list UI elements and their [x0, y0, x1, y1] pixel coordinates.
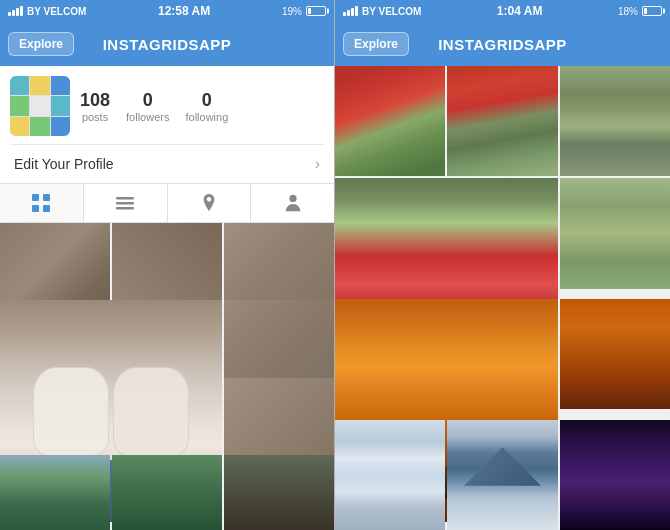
following-count: 0	[185, 90, 228, 111]
nav-title-left: INSTAGRIDSAPP	[103, 36, 232, 53]
avatar-cell	[51, 96, 70, 115]
tab-grid[interactable]	[0, 184, 84, 222]
battery-pct: 19%	[282, 6, 302, 17]
avatar-cell	[10, 96, 29, 115]
battery-icon-right	[642, 6, 662, 16]
chevron-right-icon: ›	[315, 155, 320, 173]
edit-profile-label: Edit Your Profile	[14, 156, 114, 172]
svg-point-7	[289, 195, 296, 202]
followers-label: followers	[126, 111, 169, 123]
battery-pct-right: 18%	[618, 6, 638, 17]
stat-posts: 108 posts	[80, 90, 110, 123]
nav-bar-left: Explore INSTAGRIDSAPP	[0, 22, 334, 66]
grid-cell-purple[interactable]	[560, 420, 670, 530]
svg-rect-3	[43, 205, 50, 212]
edit-profile-row[interactable]: Edit Your Profile ›	[10, 144, 324, 183]
status-bar-left: BY VELCOM 12:58 AM 19%	[0, 0, 334, 22]
left-phone: BY VELCOM 12:58 AM 19% Explore INSTAGRID…	[0, 0, 335, 530]
svg-rect-5	[116, 202, 134, 205]
list-icon	[115, 193, 135, 213]
grid-cell-poppy1[interactable]	[335, 66, 445, 176]
stat-following: 0 following	[185, 90, 228, 123]
person-icon	[284, 193, 302, 213]
followers-count: 0	[126, 90, 169, 111]
tab-list[interactable]	[84, 184, 168, 222]
signal-icon-right	[343, 6, 358, 16]
svg-rect-4	[116, 197, 134, 200]
grid-cell-thistle[interactable]	[560, 66, 670, 176]
avatar	[10, 76, 70, 136]
grid-cell-poppy2[interactable]	[447, 66, 557, 176]
svg-rect-1	[43, 194, 50, 201]
grid-cell-dark[interactable]	[224, 455, 334, 530]
avatar-cell	[30, 117, 49, 136]
status-bar-right: BY VELCOM 1:04 AM 18%	[335, 0, 670, 22]
posts-count: 108	[80, 90, 110, 111]
battery-area: 19%	[282, 6, 326, 17]
tab-profile[interactable]	[251, 184, 334, 222]
posts-label: posts	[80, 111, 110, 123]
grid-cell-mountain[interactable]	[447, 420, 557, 530]
stat-followers: 0 followers	[126, 90, 169, 123]
carrier-text: BY VELCOM	[27, 6, 86, 17]
grid-cell-sunset2[interactable]	[560, 299, 670, 409]
avatar-cell	[51, 76, 70, 95]
time-right: 1:04 AM	[497, 4, 543, 18]
status-bar-left-info: BY VELCOM	[8, 6, 86, 17]
explore-photo-grid	[335, 66, 670, 530]
nav-bar-right: Explore INSTAGRIDSAPP	[335, 22, 670, 66]
explore-button-right[interactable]: Explore	[343, 32, 409, 56]
status-left-right: BY VELCOM	[343, 6, 421, 17]
grid-cell-forest1[interactable]	[0, 455, 110, 530]
stats-row: 108 posts 0 followers 0 following	[80, 90, 228, 123]
grid-cell-forest2[interactable]	[112, 455, 222, 530]
grid-cell-thistle2[interactable]	[560, 178, 670, 288]
following-label: following	[185, 111, 228, 123]
time-text: 12:58 AM	[158, 4, 210, 18]
profile-section: 108 posts 0 followers 0 following Edit Y…	[0, 66, 334, 183]
carrier-right: BY VELCOM	[362, 6, 421, 17]
grid-icon	[31, 193, 51, 213]
avatar-cell	[30, 76, 49, 95]
profile-top: 108 posts 0 followers 0 following	[10, 76, 324, 136]
svg-rect-2	[32, 205, 39, 212]
avatar-cell	[30, 96, 49, 115]
svg-rect-0	[32, 194, 39, 201]
grid-cell-lake1[interactable]	[335, 420, 445, 530]
signal-icon	[8, 6, 23, 16]
avatar-cell	[10, 76, 29, 95]
right-phone: BY VELCOM 1:04 AM 18% Explore INSTAGRIDS…	[335, 0, 670, 530]
svg-rect-6	[116, 207, 134, 210]
battery-right: 18%	[618, 6, 662, 17]
battery-icon	[306, 6, 326, 16]
explore-button[interactable]: Explore	[8, 32, 74, 56]
location-icon	[200, 193, 218, 213]
photo-grid-left	[0, 223, 334, 530]
tab-bar	[0, 183, 334, 223]
nav-title-right: INSTAGRIDSAPP	[438, 36, 567, 53]
avatar-cell	[10, 117, 29, 136]
tab-location[interactable]	[168, 184, 252, 222]
avatar-cell	[51, 117, 70, 136]
